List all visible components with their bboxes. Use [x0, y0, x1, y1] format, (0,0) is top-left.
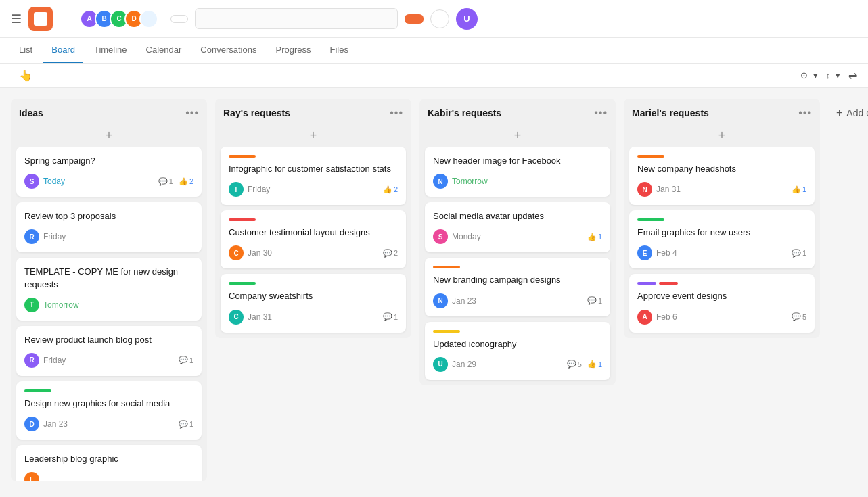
column-title: Kabir's requests	[428, 108, 590, 118]
card-meta: 💬1	[587, 296, 602, 305]
task-card[interactable]: New branding campaign designsNJan 23💬1	[425, 258, 610, 316]
task-card[interactable]: Email graphics for new usersEFeb 4💬1	[629, 210, 815, 268]
task-card[interactable]: TEMPLATE - COPY ME for new design reques…	[16, 258, 202, 320]
like-count: 👍1	[587, 360, 602, 369]
add-card-button[interactable]: +	[419, 124, 616, 147]
cards-list: New header image for FacebookNTomorrowSo…	[419, 147, 616, 385]
column-header: Mariel's requests•••	[624, 99, 820, 124]
card-meta: 👍1	[587, 233, 602, 241]
like-count: 👍1	[792, 185, 806, 194]
card-title: Review top 3 proposals	[24, 210, 193, 222]
comment-icon: 💬	[383, 249, 392, 258]
task-card[interactable]: Company sweatshirtsCJan 31💬1	[221, 274, 406, 332]
app-logo	[28, 7, 53, 31]
add-card-button[interactable]: +	[11, 124, 207, 147]
tab-timeline[interactable]: Timeline	[86, 38, 135, 63]
column-title: Mariel's requests	[632, 108, 794, 118]
card-avatar: R	[24, 229, 39, 244]
column-header: Ideas•••	[11, 99, 207, 124]
task-card[interactable]: Review product launch blog postRFriday💬1	[16, 326, 202, 376]
card-title: Email graphics for new users	[637, 227, 806, 239]
card-footer: NJan 23💬1	[433, 293, 602, 308]
new-button[interactable]	[405, 14, 424, 24]
card-date: Jan 29	[452, 360, 563, 369]
column-rays-requests: Ray's requests•••+Infographic for custom…	[215, 99, 411, 338]
card-meta: 👍2	[383, 185, 398, 194]
share-button[interactable]	[170, 15, 188, 23]
tab-conversations[interactable]: Conversations	[192, 38, 265, 63]
task-card[interactable]: Updated iconographyUJan 29💬5👍1	[425, 322, 610, 380]
card-accent-bar	[229, 218, 256, 221]
tab-files[interactable]: Files	[322, 38, 357, 63]
card-avatar: U	[433, 357, 448, 372]
sort-button[interactable]: ↕ ▾	[826, 70, 841, 80]
card-accent-bar	[433, 330, 460, 333]
column-more-icon[interactable]: •••	[594, 107, 608, 119]
task-card[interactable]: Review top 3 proposalsRFriday	[16, 202, 202, 252]
task-card[interactable]: Approve event designsAFeb 6💬5	[629, 274, 815, 332]
like-count: 👍1	[587, 233, 602, 241]
comment-icon: 💬	[792, 249, 801, 258]
like-number: 1	[598, 233, 602, 241]
task-card[interactable]: New company headshotsNJan 31👍1	[629, 147, 815, 205]
card-avatar: L	[24, 472, 39, 481]
card-avatar: E	[637, 245, 652, 260]
project-avatars: A B C D	[80, 9, 158, 28]
comment-number: 1	[598, 297, 602, 305]
task-card[interactable]: Social media avatar updatesSMonday👍1	[425, 202, 610, 252]
tab-board[interactable]: Board	[43, 38, 83, 63]
tab-calendar[interactable]: Calendar	[138, 38, 190, 63]
card-avatar: N	[637, 182, 652, 197]
card-title: Leadership blog graphic	[24, 453, 193, 465]
card-accent-bar	[433, 266, 460, 268]
column-more-icon[interactable]: •••	[798, 107, 812, 119]
like-number: 1	[802, 185, 806, 193]
column-more-icon[interactable]: •••	[390, 107, 403, 119]
card-accent-bar-2	[659, 282, 678, 285]
card-avatar: I	[229, 182, 244, 197]
search-input[interactable]	[195, 8, 398, 29]
column-more-icon[interactable]: •••	[185, 107, 199, 119]
add-card-button[interactable]: +	[215, 124, 411, 147]
comment-icon: 💬	[158, 177, 168, 186]
like-count: 👍2	[179, 177, 193, 186]
add-column-plus-icon: +	[836, 107, 842, 119]
card-title: New branding campaign designs	[433, 274, 602, 286]
card-footer: IFriday👍2	[229, 182, 398, 197]
incomplete-tasks-filter[interactable]: ⊙ ▾	[800, 70, 818, 80]
card-avatar: S	[433, 229, 448, 244]
card-meta: 👍1	[792, 185, 806, 194]
help-button[interactable]	[430, 9, 449, 28]
like-number: 2	[189, 177, 193, 185]
comment-number: 5	[802, 313, 806, 321]
hamburger-menu[interactable]: ☰	[11, 11, 22, 26]
nav-tabs: List Board Timeline Calendar Conversatio…	[0, 38, 868, 64]
task-card[interactable]: Spring campaign?SToday💬1👍2	[16, 147, 202, 197]
task-card[interactable]: New header image for FacebookNTomorrow	[425, 147, 610, 197]
tab-list[interactable]: List	[11, 38, 41, 63]
comment-number: 1	[169, 177, 173, 185]
avatar-count[interactable]	[139, 9, 158, 28]
card-date: Today	[43, 176, 154, 186]
card-footer: CJan 31💬1	[229, 310, 398, 325]
user-avatar[interactable]: U	[456, 8, 478, 30]
comment-icon: 💬	[179, 356, 188, 364]
card-title: Updated iconography	[433, 338, 602, 350]
comment-number: 1	[802, 249, 806, 257]
add-card-button[interactable]: +	[624, 124, 820, 147]
comment-icon: 💬	[587, 296, 597, 305]
comment-count: 💬1	[587, 296, 602, 305]
add-column-button[interactable]: +Add co	[828, 99, 868, 127]
task-card[interactable]: Customer testimonial layout designsCJan …	[221, 210, 406, 268]
sort-icon: ↕	[826, 70, 831, 80]
card-title: Customer testimonial layout designs	[229, 227, 398, 239]
card-meta: 💬5	[792, 312, 806, 321]
task-card[interactable]: Design new graphics for social mediaDJan…	[16, 381, 202, 440]
tab-progress[interactable]: Progress	[267, 38, 319, 63]
like-number: 2	[394, 185, 398, 193]
customize-button[interactable]: ⇌	[848, 69, 857, 82]
card-accent-bar-1	[637, 282, 656, 285]
comment-number: 1	[189, 420, 193, 428]
task-card[interactable]: Leadership blog graphicL	[16, 445, 202, 481]
task-card[interactable]: Infographic for customer satisfaction st…	[221, 147, 406, 205]
